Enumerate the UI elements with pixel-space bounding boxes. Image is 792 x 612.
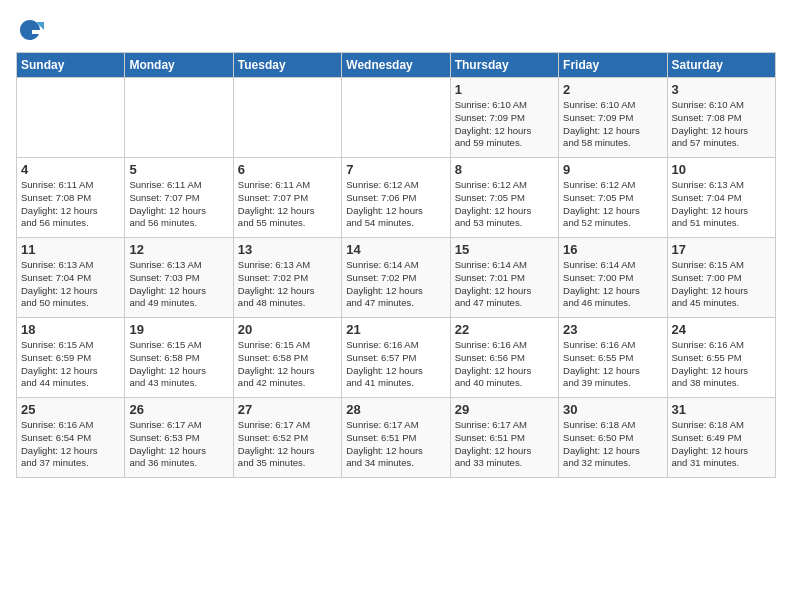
day-number: 26 bbox=[129, 402, 228, 417]
day-number: 28 bbox=[346, 402, 445, 417]
day-cell: 27Sunrise: 6:17 AM Sunset: 6:52 PM Dayli… bbox=[233, 398, 341, 478]
day-info: Sunrise: 6:14 AM Sunset: 7:00 PM Dayligh… bbox=[563, 259, 662, 310]
header-day-thursday: Thursday bbox=[450, 53, 558, 78]
day-number: 4 bbox=[21, 162, 120, 177]
day-cell: 16Sunrise: 6:14 AM Sunset: 7:00 PM Dayli… bbox=[559, 238, 667, 318]
day-cell: 15Sunrise: 6:14 AM Sunset: 7:01 PM Dayli… bbox=[450, 238, 558, 318]
day-cell: 10Sunrise: 6:13 AM Sunset: 7:04 PM Dayli… bbox=[667, 158, 775, 238]
day-cell: 31Sunrise: 6:18 AM Sunset: 6:49 PM Dayli… bbox=[667, 398, 775, 478]
day-cell: 14Sunrise: 6:14 AM Sunset: 7:02 PM Dayli… bbox=[342, 238, 450, 318]
day-info: Sunrise: 6:10 AM Sunset: 7:09 PM Dayligh… bbox=[455, 99, 554, 150]
day-cell: 2Sunrise: 6:10 AM Sunset: 7:09 PM Daylig… bbox=[559, 78, 667, 158]
day-info: Sunrise: 6:12 AM Sunset: 7:05 PM Dayligh… bbox=[563, 179, 662, 230]
day-number: 2 bbox=[563, 82, 662, 97]
day-cell: 26Sunrise: 6:17 AM Sunset: 6:53 PM Dayli… bbox=[125, 398, 233, 478]
day-info: Sunrise: 6:15 AM Sunset: 7:00 PM Dayligh… bbox=[672, 259, 771, 310]
header-row: SundayMondayTuesdayWednesdayThursdayFrid… bbox=[17, 53, 776, 78]
day-cell: 1Sunrise: 6:10 AM Sunset: 7:09 PM Daylig… bbox=[450, 78, 558, 158]
day-cell: 20Sunrise: 6:15 AM Sunset: 6:58 PM Dayli… bbox=[233, 318, 341, 398]
day-cell bbox=[125, 78, 233, 158]
day-cell: 3Sunrise: 6:10 AM Sunset: 7:08 PM Daylig… bbox=[667, 78, 775, 158]
day-cell: 23Sunrise: 6:16 AM Sunset: 6:55 PM Dayli… bbox=[559, 318, 667, 398]
day-number: 5 bbox=[129, 162, 228, 177]
day-info: Sunrise: 6:10 AM Sunset: 7:08 PM Dayligh… bbox=[672, 99, 771, 150]
day-info: Sunrise: 6:12 AM Sunset: 7:05 PM Dayligh… bbox=[455, 179, 554, 230]
calendar-body: 1Sunrise: 6:10 AM Sunset: 7:09 PM Daylig… bbox=[17, 78, 776, 478]
day-info: Sunrise: 6:14 AM Sunset: 7:01 PM Dayligh… bbox=[455, 259, 554, 310]
day-info: Sunrise: 6:10 AM Sunset: 7:09 PM Dayligh… bbox=[563, 99, 662, 150]
day-cell: 18Sunrise: 6:15 AM Sunset: 6:59 PM Dayli… bbox=[17, 318, 125, 398]
day-info: Sunrise: 6:13 AM Sunset: 7:03 PM Dayligh… bbox=[129, 259, 228, 310]
day-info: Sunrise: 6:18 AM Sunset: 6:50 PM Dayligh… bbox=[563, 419, 662, 470]
day-number: 20 bbox=[238, 322, 337, 337]
day-number: 25 bbox=[21, 402, 120, 417]
day-number: 15 bbox=[455, 242, 554, 257]
logo bbox=[16, 16, 48, 44]
day-number: 7 bbox=[346, 162, 445, 177]
day-cell bbox=[342, 78, 450, 158]
week-row-3: 11Sunrise: 6:13 AM Sunset: 7:04 PM Dayli… bbox=[17, 238, 776, 318]
day-number: 6 bbox=[238, 162, 337, 177]
day-info: Sunrise: 6:15 AM Sunset: 6:58 PM Dayligh… bbox=[129, 339, 228, 390]
header-day-friday: Friday bbox=[559, 53, 667, 78]
day-number: 14 bbox=[346, 242, 445, 257]
day-cell: 12Sunrise: 6:13 AM Sunset: 7:03 PM Dayli… bbox=[125, 238, 233, 318]
day-info: Sunrise: 6:16 AM Sunset: 6:56 PM Dayligh… bbox=[455, 339, 554, 390]
day-info: Sunrise: 6:16 AM Sunset: 6:55 PM Dayligh… bbox=[672, 339, 771, 390]
day-number: 16 bbox=[563, 242, 662, 257]
day-number: 17 bbox=[672, 242, 771, 257]
day-info: Sunrise: 6:11 AM Sunset: 7:07 PM Dayligh… bbox=[238, 179, 337, 230]
day-cell: 6Sunrise: 6:11 AM Sunset: 7:07 PM Daylig… bbox=[233, 158, 341, 238]
day-number: 24 bbox=[672, 322, 771, 337]
header-day-monday: Monday bbox=[125, 53, 233, 78]
day-info: Sunrise: 6:15 AM Sunset: 6:59 PM Dayligh… bbox=[21, 339, 120, 390]
day-cell: 21Sunrise: 6:16 AM Sunset: 6:57 PM Dayli… bbox=[342, 318, 450, 398]
day-cell: 11Sunrise: 6:13 AM Sunset: 7:04 PM Dayli… bbox=[17, 238, 125, 318]
day-info: Sunrise: 6:18 AM Sunset: 6:49 PM Dayligh… bbox=[672, 419, 771, 470]
day-number: 9 bbox=[563, 162, 662, 177]
day-info: Sunrise: 6:14 AM Sunset: 7:02 PM Dayligh… bbox=[346, 259, 445, 310]
day-number: 13 bbox=[238, 242, 337, 257]
day-cell: 24Sunrise: 6:16 AM Sunset: 6:55 PM Dayli… bbox=[667, 318, 775, 398]
header-day-wednesday: Wednesday bbox=[342, 53, 450, 78]
day-info: Sunrise: 6:11 AM Sunset: 7:08 PM Dayligh… bbox=[21, 179, 120, 230]
day-number: 12 bbox=[129, 242, 228, 257]
day-number: 8 bbox=[455, 162, 554, 177]
header-day-saturday: Saturday bbox=[667, 53, 775, 78]
day-cell bbox=[17, 78, 125, 158]
week-row-2: 4Sunrise: 6:11 AM Sunset: 7:08 PM Daylig… bbox=[17, 158, 776, 238]
day-number: 27 bbox=[238, 402, 337, 417]
day-number: 29 bbox=[455, 402, 554, 417]
day-info: Sunrise: 6:16 AM Sunset: 6:54 PM Dayligh… bbox=[21, 419, 120, 470]
day-cell: 4Sunrise: 6:11 AM Sunset: 7:08 PM Daylig… bbox=[17, 158, 125, 238]
day-info: Sunrise: 6:13 AM Sunset: 7:04 PM Dayligh… bbox=[672, 179, 771, 230]
day-cell: 28Sunrise: 6:17 AM Sunset: 6:51 PM Dayli… bbox=[342, 398, 450, 478]
day-info: Sunrise: 6:11 AM Sunset: 7:07 PM Dayligh… bbox=[129, 179, 228, 230]
day-cell: 25Sunrise: 6:16 AM Sunset: 6:54 PM Dayli… bbox=[17, 398, 125, 478]
day-number: 18 bbox=[21, 322, 120, 337]
day-info: Sunrise: 6:12 AM Sunset: 7:06 PM Dayligh… bbox=[346, 179, 445, 230]
day-number: 1 bbox=[455, 82, 554, 97]
day-info: Sunrise: 6:17 AM Sunset: 6:51 PM Dayligh… bbox=[455, 419, 554, 470]
day-cell: 30Sunrise: 6:18 AM Sunset: 6:50 PM Dayli… bbox=[559, 398, 667, 478]
day-number: 3 bbox=[672, 82, 771, 97]
calendar-table: SundayMondayTuesdayWednesdayThursdayFrid… bbox=[16, 52, 776, 478]
day-number: 11 bbox=[21, 242, 120, 257]
header-day-tuesday: Tuesday bbox=[233, 53, 341, 78]
day-info: Sunrise: 6:15 AM Sunset: 6:58 PM Dayligh… bbox=[238, 339, 337, 390]
day-number: 19 bbox=[129, 322, 228, 337]
page-header bbox=[16, 16, 776, 44]
week-row-4: 18Sunrise: 6:15 AM Sunset: 6:59 PM Dayli… bbox=[17, 318, 776, 398]
day-info: Sunrise: 6:13 AM Sunset: 7:04 PM Dayligh… bbox=[21, 259, 120, 310]
day-number: 22 bbox=[455, 322, 554, 337]
day-info: Sunrise: 6:16 AM Sunset: 6:55 PM Dayligh… bbox=[563, 339, 662, 390]
day-cell: 17Sunrise: 6:15 AM Sunset: 7:00 PM Dayli… bbox=[667, 238, 775, 318]
day-number: 31 bbox=[672, 402, 771, 417]
day-cell: 13Sunrise: 6:13 AM Sunset: 7:02 PM Dayli… bbox=[233, 238, 341, 318]
day-cell: 5Sunrise: 6:11 AM Sunset: 7:07 PM Daylig… bbox=[125, 158, 233, 238]
day-info: Sunrise: 6:17 AM Sunset: 6:52 PM Dayligh… bbox=[238, 419, 337, 470]
day-info: Sunrise: 6:13 AM Sunset: 7:02 PM Dayligh… bbox=[238, 259, 337, 310]
header-day-sunday: Sunday bbox=[17, 53, 125, 78]
day-cell: 22Sunrise: 6:16 AM Sunset: 6:56 PM Dayli… bbox=[450, 318, 558, 398]
day-info: Sunrise: 6:17 AM Sunset: 6:53 PM Dayligh… bbox=[129, 419, 228, 470]
